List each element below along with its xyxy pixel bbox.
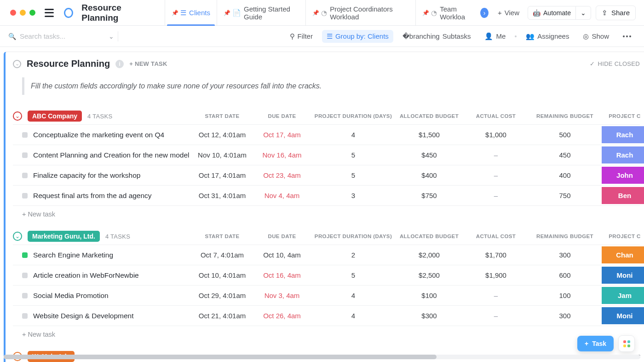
cell[interactable]: Oct 21, 4:01am: [192, 312, 252, 320]
coordinator-badge[interactable]: Chan: [602, 246, 644, 263]
column-header[interactable]: DUE DATE: [252, 113, 312, 119]
share-button[interactable]: ⇪ Share: [596, 6, 636, 20]
search-dropdown-icon[interactable]: ⌄: [109, 33, 114, 40]
cell[interactable]: 400: [528, 171, 602, 179]
tab-team-workload[interactable]: 📌 ◔ Team Workloa ›: [415, 0, 490, 26]
column-header[interactable]: ALLOCATED BUDGET: [395, 113, 464, 119]
apps-fab[interactable]: [618, 335, 635, 352]
tab-getting-started[interactable]: 📌 📄 Getting Started Guide: [217, 0, 305, 26]
automate-button[interactable]: 🤖Automate ⌄: [528, 6, 591, 20]
more-tabs-icon[interactable]: ›: [480, 8, 489, 18]
cell[interactable]: $400: [395, 171, 464, 179]
cell[interactable]: $750: [395, 192, 464, 199]
table-row[interactable]: Website Design & DevelopmentOct 21, 4:01…: [13, 306, 640, 326]
cell[interactable]: –: [464, 192, 528, 199]
group-collapse-icon[interactable]: ⌄: [13, 232, 22, 241]
coordinator-badge[interactable]: John: [602, 167, 644, 184]
cell[interactable]: –: [464, 312, 528, 320]
add-task-button[interactable]: + New task: [13, 326, 640, 340]
tab-clients[interactable]: 📌 ☰ Clients: [165, 0, 217, 26]
table-row[interactable]: Content Planning and Creation for the ne…: [13, 145, 640, 165]
cell[interactable]: 300: [528, 312, 602, 320]
new-task-fab[interactable]: +Task: [577, 336, 614, 351]
task-name[interactable]: Website Design & Development: [33, 312, 134, 320]
cell[interactable]: 450: [528, 151, 602, 159]
cell[interactable]: $450: [395, 151, 464, 159]
task-name[interactable]: Search Engine Marketing: [33, 251, 113, 259]
column-header[interactable]: START DATE: [192, 234, 252, 239]
coordinator-badge[interactable]: Rach: [602, 146, 644, 163]
tab-coordinators-workload[interactable]: 📌 ◔ Project Coordinators Workload: [305, 0, 415, 26]
status-icon[interactable]: [22, 252, 28, 258]
status-icon[interactable]: [22, 293, 28, 298]
menu-icon[interactable]: [45, 9, 54, 17]
scrollbar-thumb[interactable]: [4, 355, 437, 359]
status-icon[interactable]: [22, 132, 28, 138]
cell[interactable]: –: [464, 151, 528, 159]
cell[interactable]: $1,900: [464, 271, 528, 279]
coordinator-badge[interactable]: Moni: [602, 267, 644, 284]
cell[interactable]: $2,500: [395, 271, 464, 279]
cell[interactable]: 3: [312, 192, 395, 199]
cell[interactable]: Oct 17, 4:01am: [192, 171, 252, 179]
table-row[interactable]: Conceptualize the marketing event on Q4O…: [13, 125, 640, 145]
search-input[interactable]: [20, 32, 89, 40]
hide-closed-button[interactable]: ✓HIDE CLOSED: [590, 60, 640, 67]
collapse-all-icon[interactable]: ⌄: [13, 60, 21, 68]
cell[interactable]: Oct 23, 4am: [252, 171, 312, 179]
cell[interactable]: Oct 17, 4am: [252, 131, 312, 139]
cell[interactable]: 2: [312, 251, 395, 259]
column-header[interactable]: REMAINING BUDGET: [528, 113, 602, 119]
assignees-button[interactable]: 👥Assignees: [521, 30, 574, 43]
coordinator-badge[interactable]: Rach: [602, 126, 644, 143]
cell[interactable]: 5: [312, 271, 395, 279]
task-name[interactable]: Request final arts from the ad agency: [33, 192, 152, 200]
task-name[interactable]: Article creation in WebForNewbie: [33, 271, 139, 280]
status-icon[interactable]: [22, 273, 28, 278]
task-name[interactable]: Content Planning and Creation for the ne…: [33, 151, 190, 159]
info-icon[interactable]: i: [115, 60, 124, 68]
cell[interactable]: –: [464, 292, 528, 299]
space-icon[interactable]: [64, 8, 73, 18]
column-header[interactable]: PROJECT C: [602, 234, 644, 239]
cell[interactable]: $1,500: [395, 131, 464, 139]
column-header[interactable]: ACTUAL COST: [464, 234, 528, 239]
status-icon[interactable]: [22, 152, 28, 158]
cell[interactable]: $2,000: [395, 251, 464, 259]
cell[interactable]: 750: [528, 192, 602, 199]
group-badge[interactable]: Marketing Guru, Ltd.: [28, 231, 100, 242]
automate-dropdown[interactable]: ⌄: [576, 6, 591, 20]
cell[interactable]: Oct 26, 4am: [252, 312, 312, 320]
status-icon[interactable]: [22, 193, 28, 199]
cell[interactable]: Nov 16, 4am: [252, 151, 312, 159]
group-badge[interactable]: ABC Company: [28, 111, 82, 122]
column-header[interactable]: REMAINING BUDGET: [528, 234, 602, 239]
cell[interactable]: 100: [528, 292, 602, 299]
table-row[interactable]: Search Engine MarketingOct 7, 4:01amOct …: [13, 245, 640, 265]
cell[interactable]: 5: [312, 151, 395, 159]
column-header[interactable]: ACTUAL COST: [464, 113, 528, 119]
subtasks-button[interactable]: �branchingSubtasks: [398, 30, 476, 43]
cell[interactable]: 5: [312, 171, 395, 179]
close-window-icon[interactable]: [10, 10, 16, 16]
table-row[interactable]: Article creation in WebForNewbieOct 10, …: [13, 265, 640, 286]
cell[interactable]: 4: [312, 312, 395, 320]
cell[interactable]: Nov 3, 4am: [252, 292, 312, 299]
cell[interactable]: Oct 10, 4:01am: [192, 271, 252, 279]
minimize-window-icon[interactable]: [20, 10, 26, 16]
horizontal-scrollbar[interactable]: [4, 355, 640, 359]
cell[interactable]: 4: [312, 292, 395, 299]
column-header[interactable]: PROJECT DURATION (DAYS): [312, 234, 395, 239]
cell[interactable]: Nov 10, 4:01am: [192, 151, 252, 159]
table-row[interactable]: Finalize capacity for the workshopOct 17…: [13, 165, 640, 186]
task-name[interactable]: Social Media Promotion: [33, 292, 109, 300]
column-header[interactable]: DUE DATE: [252, 234, 312, 239]
coordinator-badge[interactable]: Jam: [602, 287, 644, 304]
cell[interactable]: $1,700: [464, 251, 528, 259]
table-row[interactable]: Social Media PromotionOct 29, 4:01amNov …: [13, 286, 640, 306]
cell[interactable]: $1,000: [464, 131, 528, 139]
cell[interactable]: Oct 31, 4:01am: [192, 192, 252, 199]
group-collapse-icon[interactable]: ⌄: [13, 111, 22, 121]
cell[interactable]: $100: [395, 292, 464, 299]
column-header[interactable]: PROJECT DURATION (DAYS): [312, 113, 395, 119]
